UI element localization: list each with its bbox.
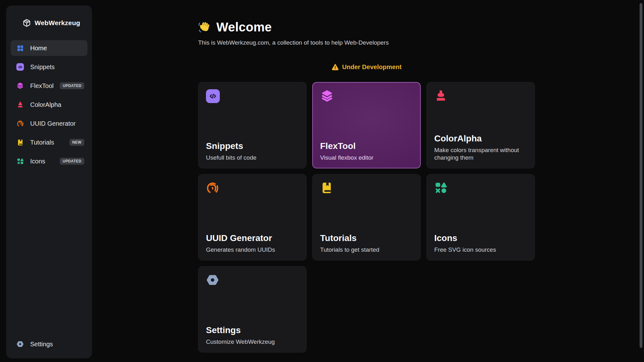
card-title: ColorAlpha <box>434 134 527 144</box>
sidebar-item-label: Settings <box>30 341 53 348</box>
card-subtitle: Generates random UUIDs <box>206 246 299 254</box>
tool-card-grid: Snippets Usefull bits of code FlexTool V… <box>198 82 535 353</box>
paintbrush-icon <box>16 101 24 108</box>
page-header: Welcome <box>198 20 535 34</box>
code-icon <box>16 63 24 71</box>
app-logo: WebWerkzeug <box>6 6 92 36</box>
sidebar-item-settings[interactable]: Settings <box>11 336 87 352</box>
card-title: Snippets <box>206 141 299 151</box>
fingerprint-icon <box>206 181 220 195</box>
page-subtitle: This is WebWerkzeug.com, a collection of… <box>198 39 535 46</box>
card-text: UUID Generator Generates random UUIDs <box>206 233 299 254</box>
sidebar-item-label: ColorAlpha <box>30 101 61 108</box>
layers-icon <box>16 82 24 90</box>
card-text: FlexTool Visual flexbox editor <box>320 141 413 162</box>
card-flextool[interactable]: FlexTool Visual flexbox editor <box>312 82 421 168</box>
page-title: Welcome <box>216 20 272 34</box>
sidebar-item-label: Tutorials <box>30 139 54 146</box>
card-subtitle: Visual flexbox editor <box>320 154 413 162</box>
main-content: Welcome This is WebWerkzeug.com, a colle… <box>198 0 535 353</box>
card-subtitle: Usefull bits of code <box>206 154 299 162</box>
card-text: Icons Free SVG icon sources <box>434 233 527 254</box>
updated-badge: UPDATED <box>60 82 84 89</box>
sidebar-nav: Home Snippets <box>6 36 92 172</box>
new-badge: NEW <box>69 139 84 146</box>
notice-label: Under Development <box>342 63 402 71</box>
sidebar-item-home[interactable]: Home <box>11 40 87 56</box>
card-title: Settings <box>206 325 299 335</box>
shapes-icon <box>434 181 448 195</box>
card-text: Tutorials Tutorials to get started <box>320 233 413 254</box>
under-development-notice: Under Development <box>198 63 535 71</box>
grid-icon <box>16 44 24 52</box>
card-settings[interactable]: Settings Customize WebWerkzeug <box>198 266 307 353</box>
card-subtitle: Make colors transparent without changing… <box>434 146 527 162</box>
package-icon <box>23 19 31 27</box>
card-tutorials[interactable]: Tutorials Tutorials to get started <box>312 174 421 261</box>
hexagon-nut-icon <box>16 340 24 348</box>
book-icon <box>320 181 334 195</box>
card-snippets[interactable]: Snippets Usefull bits of code <box>198 82 307 168</box>
sidebar-item-snippets[interactable]: Snippets <box>11 59 87 75</box>
sidebar-item-flextool[interactable]: FlexTool UPDATED <box>11 78 87 94</box>
card-text: Snippets Usefull bits of code <box>206 141 299 162</box>
card-text: ColorAlpha Make colors transparent witho… <box>434 134 527 162</box>
sidebar-item-uuid-generator[interactable]: UUID Generator <box>11 116 87 131</box>
sidebar-item-tutorials[interactable]: Tutorials NEW <box>11 134 87 150</box>
card-icons[interactable]: Icons Free SVG icon sources <box>426 174 535 261</box>
card-subtitle: Tutorials to get started <box>320 246 413 254</box>
sidebar-item-icons[interactable]: Icons UPDATED <box>11 153 87 169</box>
updated-badge: UPDATED <box>60 158 84 165</box>
code-icon <box>206 89 220 103</box>
card-title: FlexTool <box>320 141 413 151</box>
layers-icon <box>320 89 334 103</box>
sidebar-item-coloralpha[interactable]: ColorAlpha <box>11 97 87 112</box>
sidebar-item-label: Snippets <box>30 63 55 71</box>
card-subtitle: Free SVG icon sources <box>434 246 527 254</box>
sidebar: WebWerkzeug Home <box>6 6 92 358</box>
fingerprint-icon <box>16 120 24 127</box>
sidebar-item-label: FlexTool <box>30 82 53 90</box>
shapes-icon <box>16 157 24 165</box>
card-title: Tutorials <box>320 233 413 243</box>
warning-triangle-icon <box>331 63 339 71</box>
sidebar-item-label: UUID Generator <box>30 120 76 127</box>
sidebar-item-label: Home <box>30 45 47 52</box>
hexagon-nut-icon <box>206 273 220 287</box>
scrollbar-thumb[interactable] <box>640 3 642 348</box>
card-title: Icons <box>434 233 527 243</box>
card-coloralpha[interactable]: ColorAlpha Make colors transparent witho… <box>426 82 535 168</box>
card-title: UUID Generator <box>206 233 299 243</box>
book-icon <box>16 139 24 146</box>
waving-hand-icon <box>198 21 211 34</box>
sidebar-item-label: Icons <box>30 158 45 165</box>
paintbrush-icon <box>434 89 448 103</box>
card-uuid-generator[interactable]: UUID Generator Generates random UUIDs <box>198 174 307 261</box>
sidebar-footer: Settings <box>6 336 92 358</box>
app-title: WebWerkzeug <box>35 19 80 27</box>
card-subtitle: Customize WebWerkzeug <box>206 338 299 346</box>
card-text: Settings Customize WebWerkzeug <box>206 325 299 346</box>
